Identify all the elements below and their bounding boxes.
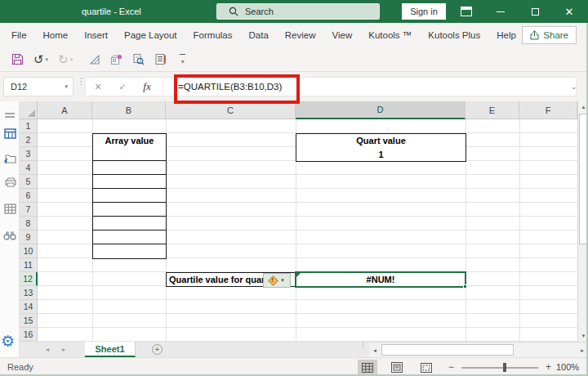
column-header-f[interactable]: F (519, 101, 577, 119)
customize-qat-button[interactable]: ▾ (176, 52, 189, 67)
gridline (519, 119, 520, 342)
zoom-slider-track[interactable] (461, 367, 538, 369)
row-header-2[interactable]: 2 (20, 133, 38, 147)
normal-view-icon (362, 363, 373, 373)
tab-help[interactable]: Help (488, 23, 524, 47)
name-box[interactable]: D12 ▾ (3, 77, 74, 96)
tab-data[interactable]: Data (241, 23, 277, 47)
tab-review[interactable]: Review (277, 23, 324, 47)
sidebar-printer-button[interactable] (0, 176, 20, 190)
sidebar-menu-button[interactable] (0, 108, 20, 123)
tab-file[interactable]: File (3, 23, 35, 47)
tab-kutools[interactable]: Kutools ™ (360, 23, 420, 47)
select-all-button[interactable] (20, 101, 38, 119)
row-header-15[interactable]: 15 (20, 314, 38, 328)
tab-view[interactable]: View (324, 23, 361, 47)
sidebar-settings-button[interactable]: ⚙ (1, 332, 15, 351)
print-preview-button[interactable] (129, 51, 148, 67)
row-header-6[interactable]: 6 (20, 189, 38, 203)
tab-home[interactable]: Home (35, 23, 77, 47)
expand-formula-bar-icon[interactable]: ⌄ (571, 83, 577, 91)
formula-input[interactable]: =QUARTILE(B3:B10,D3) (167, 82, 282, 92)
sidebar-columns-button[interactable] (0, 203, 20, 217)
notes-button[interactable] (151, 51, 170, 67)
tab-scrollbar-splitter[interactable]: ⋮ (359, 343, 367, 347)
page-layout-view-button[interactable] (387, 360, 407, 375)
row-header-8[interactable]: 8 (20, 217, 38, 231)
package-button[interactable] (107, 52, 126, 67)
row-header-3[interactable]: 3 (20, 147, 38, 161)
next-sheet-button[interactable]: ▸ (56, 342, 72, 357)
row-header-16[interactable]: 16 (20, 328, 38, 342)
previous-sheet-button[interactable]: ◂ (39, 342, 56, 357)
column-header-d[interactable]: D (296, 101, 466, 119)
cell-b7[interactable] (93, 203, 166, 217)
enter-button[interactable]: ✓ (110, 82, 135, 92)
cell-b10[interactable] (93, 244, 166, 258)
sidebar-find-button[interactable] (0, 229, 20, 244)
sidebar-autotext-button[interactable] (0, 152, 20, 167)
sign-in-button[interactable]: Sign in (402, 3, 446, 20)
scroll-left-button[interactable]: ◂ (369, 342, 381, 358)
horizontal-scrollbar[interactable]: ◂ ▸ (369, 342, 588, 357)
error-checking-button[interactable]: ! ▾ (263, 273, 291, 288)
close-button[interactable]: ✕ (557, 0, 581, 23)
tab-page-layout[interactable]: Page Layout (116, 23, 185, 47)
row-header-5[interactable]: 5 (20, 175, 38, 189)
row-header-7[interactable]: 7 (20, 203, 38, 217)
ribbon-display-options-button[interactable] (454, 0, 479, 23)
row-header-10[interactable]: 10 (20, 244, 38, 258)
sheet-tab-sheet1[interactable]: Sheet1 (85, 342, 136, 357)
cell-d12-selected[interactable]: #NUM! (295, 271, 466, 288)
zoom-level[interactable]: 100% (556, 362, 579, 372)
zoom-out-button[interactable]: − (448, 361, 454, 373)
row-header-11[interactable]: 11 (20, 258, 38, 272)
cell-b4[interactable] (93, 161, 166, 175)
cell-b2[interactable]: Array value (92, 133, 167, 148)
sidebar-workbook-button[interactable] (0, 128, 20, 142)
cell-d2[interactable]: Quart value (296, 133, 466, 148)
cell-b8[interactable] (93, 217, 166, 231)
tab-insert[interactable]: Insert (76, 23, 116, 47)
row-header-4[interactable]: 4 (20, 161, 38, 175)
share-button[interactable]: Share (522, 26, 577, 44)
cancel-button[interactable]: ✕ (86, 82, 110, 92)
search-box[interactable]: Search (216, 3, 380, 20)
cell-b9[interactable] (93, 231, 166, 244)
normal-view-button[interactable] (358, 360, 377, 375)
redo-icon: ↻ (58, 54, 69, 65)
save-button[interactable] (8, 51, 27, 67)
row-header-13[interactable]: 13 (20, 286, 38, 300)
new-sheet-button[interactable]: + (152, 344, 163, 355)
tab-kutools-plus[interactable]: Kutools Plus (420, 23, 488, 47)
zoom-slider-thumb[interactable] (503, 363, 506, 372)
insert-function-button[interactable]: fx (135, 80, 159, 93)
zoom-in-button[interactable]: + (546, 361, 551, 373)
horizontal-scroll-thumb[interactable] (381, 344, 514, 356)
undo-button[interactable]: ↺ ▾ (30, 52, 51, 67)
minimize-button[interactable] (488, 0, 513, 23)
cell-b3[interactable] (93, 147, 166, 161)
cell-d3[interactable]: 1 (296, 147, 466, 162)
cell-b6[interactable] (93, 189, 166, 203)
column-header-c[interactable]: C (166, 101, 296, 119)
page-layout-icon (391, 362, 403, 373)
page-break-preview-button[interactable] (416, 360, 436, 375)
cell-b5[interactable] (93, 175, 166, 189)
fill-handle[interactable] (463, 284, 467, 289)
formula-bar: D12 ▾ ⋮ ✕ ✓ fx =QUARTILE(B3:B10,D3) ⌄ (0, 72, 588, 101)
row-header-9[interactable]: 9 (20, 231, 38, 244)
row-header-14[interactable]: 14 (20, 300, 38, 314)
search-placeholder: Search (245, 7, 274, 16)
row-header-12[interactable]: 12 (20, 272, 38, 286)
draft-view-button[interactable] (86, 52, 104, 67)
column-header-e[interactable]: E (466, 101, 519, 119)
column-header-a[interactable]: A (38, 101, 92, 119)
tab-formulas[interactable]: Formulas (185, 23, 241, 47)
array-input-cells-b3-b10[interactable] (92, 147, 167, 259)
column-header-b[interactable]: B (92, 101, 166, 119)
divider (163, 79, 163, 94)
redo-button[interactable]: ↻ ▾ (55, 52, 76, 67)
maximize-button[interactable] (523, 0, 547, 23)
row-header-1[interactable]: 1 (20, 119, 38, 133)
